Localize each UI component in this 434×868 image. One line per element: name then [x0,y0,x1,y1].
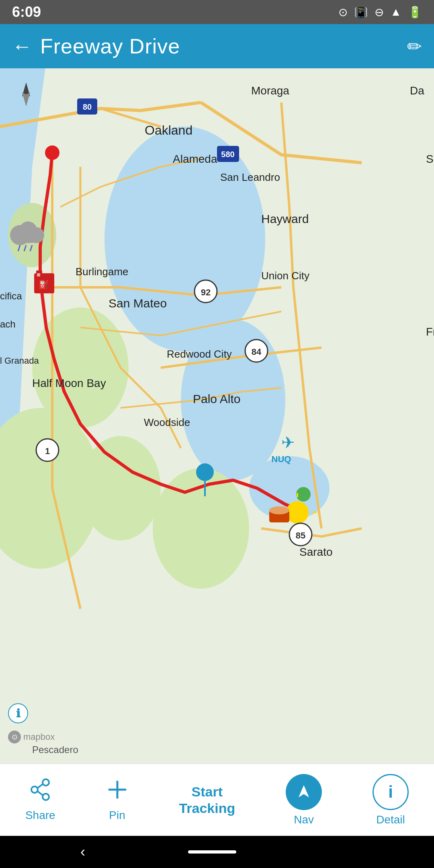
share-icon [29,778,51,806]
svg-text:NUQ: NUQ [272,454,291,464]
svg-text:84: 84 [252,347,262,357]
battery-icon: 🔋 [408,6,422,19]
svg-text:Alameda: Alameda [173,153,217,165]
status-bar: 6:09 ⊙ 📳 ⊖ ▲ 🔋 [0,0,434,24]
share-button[interactable]: Share [25,778,55,822]
svg-text:Sarato: Sarato [299,546,333,558]
svg-point-67 [31,786,38,793]
share-label: Share [25,809,55,822]
svg-text:85: 85 [296,530,305,540]
map-svg: ⛽ 80 580 92 84 1 85 ✈ NUQ Moraga Oakland [0,68,434,764]
app-bar: ← Freeway Drive ✏ [0,24,434,68]
start-tracking-label: StartTracking [179,784,235,817]
svg-text:Union City: Union City [261,270,309,282]
mapbox-logo-icon: ⊙ [8,731,21,743]
location-icon: ⊙ [338,6,348,19]
svg-line-69 [37,784,43,788]
detail-label: Detail [376,813,405,826]
svg-text:Fr: Fr [426,326,434,338]
svg-text:San Leandro: San Leandro [220,171,280,183]
svg-point-10 [196,463,214,481]
compass [12,80,40,108]
mapbox-text: mapbox [23,732,55,742]
svg-point-12 [296,487,311,502]
system-nav-bar: ‹ [0,836,434,868]
detail-icon: i [373,774,409,810]
detail-button[interactable]: i Detail [373,774,409,826]
sys-back-button[interactable]: ‹ [80,843,85,860]
vibrate-icon: 📳 [354,6,368,19]
svg-rect-29 [37,273,40,276]
svg-text:1: 1 [45,446,50,456]
pin-button[interactable]: Pin [106,778,129,822]
svg-line-70 [37,791,43,796]
status-icons: ⊙ 📳 ⊖ ▲ 🔋 [338,6,422,19]
svg-text:San Mateo: San Mateo [108,297,167,310]
svg-text:⛽: ⛽ [39,280,49,289]
svg-text:ach: ach [0,319,16,330]
edit-button[interactable]: ✏ [407,36,422,57]
svg-text:Oakland: Oakland [145,123,192,137]
svg-point-68 [43,794,49,800]
wifi-icon: ▲ [390,6,401,18]
pin-label: Pin [109,809,125,822]
status-time: 6:09 [12,4,41,20]
svg-point-66 [43,779,49,786]
pescadero-label: Pescadero [32,744,78,755]
svg-text:Woodside: Woodside [144,416,190,428]
page-title: Freeway Drive [40,34,407,58]
svg-point-13 [286,501,309,524]
map-container[interactable]: ⛽ 80 580 92 84 1 85 ✈ NUQ Moraga Oakland [0,68,434,764]
back-button[interactable]: ← [12,35,32,58]
svg-text:✈: ✈ [281,434,295,451]
dnd-icon: ⊖ [375,6,384,19]
svg-text:Palo Alto: Palo Alto [193,392,240,405]
svg-text:l Granada: l Granada [0,356,39,366]
svg-text:Hayward: Hayward [261,212,309,225]
nav-label: Nav [294,813,314,826]
svg-text:580: 580 [221,150,234,159]
svg-text:92: 92 [201,287,211,297]
svg-text:Da: Da [410,84,424,97]
bottom-nav: Share Pin StartTracking Nav i Detail [0,764,434,836]
svg-point-19 [269,506,289,514]
svg-text:S: S [426,153,434,165]
start-tracking-button[interactable]: StartTracking [179,784,235,817]
nav-icon [286,774,322,810]
svg-marker-65 [22,92,30,106]
svg-marker-73 [299,785,309,797]
sys-home-indicator[interactable] [188,850,236,854]
svg-text:Redwood City: Redwood City [167,348,232,360]
svg-point-7 [80,436,161,540]
svg-point-23 [14,231,42,243]
pin-icon [106,778,129,806]
svg-text:Half Moon Bay: Half Moon Bay [32,377,106,389]
nav-button[interactable]: Nav [286,774,322,826]
map-info-button[interactable]: ℹ [8,703,28,723]
svg-point-9 [45,145,59,160]
svg-text:cifica: cifica [0,291,22,301]
svg-text:Burlingame: Burlingame [76,266,129,278]
mapbox-logo: ⊙ mapbox [8,731,55,743]
svg-text:80: 80 [83,102,92,111]
svg-text:Moraga: Moraga [251,84,289,97]
